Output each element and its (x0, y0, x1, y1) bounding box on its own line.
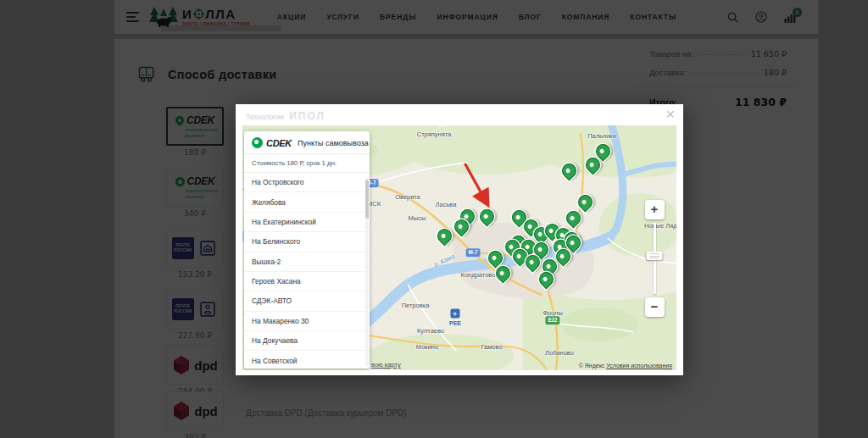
pickup-point-pin-icon[interactable] (563, 208, 583, 228)
zoom-in-button[interactable]: + (645, 200, 665, 219)
pickup-point-pin-icon[interactable] (575, 191, 595, 212)
pickup-point-item[interactable]: На Белинского (244, 232, 370, 252)
panel-scrollbar[interactable] (365, 179, 369, 366)
panel-scrollbar-thumb[interactable] (365, 180, 369, 219)
pickup-points-list: На Островского Желябова На Екатерининско… (244, 172, 370, 369)
pickup-points-modal: ТехнологииИПОЛ × (236, 104, 683, 375)
pickup-point-pin-icon[interactable] (559, 160, 579, 180)
pickup-point-item[interactable]: На Советской (244, 351, 370, 369)
zoom-slider[interactable] (654, 223, 656, 294)
cdek-circle-icon (252, 137, 263, 148)
panel-subtitle: Стоимость 180 Р, срок 1 дн. (244, 153, 370, 172)
panel-brand: CDEK (266, 138, 292, 148)
pickup-point-pin-icon[interactable] (434, 225, 454, 246)
zoom-out-button[interactable]: − (645, 297, 665, 317)
terms-of-use-link[interactable]: Условия использования (606, 363, 672, 369)
close-icon[interactable]: × (665, 107, 675, 122)
panel-title: Пункты самовывоза (298, 139, 369, 147)
map-attribution: © Яндекс Условия использования (579, 363, 672, 369)
pickup-point-pin-icon[interactable] (476, 206, 497, 226)
zoom-slider-handle[interactable] (647, 252, 663, 260)
create-map-link[interactable]: вою карту (371, 361, 401, 369)
widget-watermark: ТехнологииИПОЛ (246, 110, 326, 122)
pickup-points-panel: CDEK Пункты самовывоза Стоимость 180 Р, … (244, 131, 370, 369)
pickup-point-item[interactable]: Желябова (244, 192, 370, 212)
pickup-point-item[interactable]: На Островского (244, 173, 370, 192)
pickup-point-item[interactable]: Героев Хасана (244, 272, 370, 291)
pickup-point-item[interactable]: На Докучаева (244, 331, 370, 351)
yandex-map[interactable]: СтряпунятаПальникиОверятаЛасьваМСКМысыКо… (242, 125, 676, 370)
pickup-point-item[interactable]: СДЭК-АВТО (244, 291, 370, 311)
map-zoom-controls: + − (644, 200, 665, 317)
pickup-point-item[interactable]: На Екатерининской (244, 213, 370, 232)
pickup-point-item[interactable]: На Макаренко 30 (244, 312, 370, 331)
pickup-point-item[interactable]: Вышка-2 (244, 252, 370, 272)
